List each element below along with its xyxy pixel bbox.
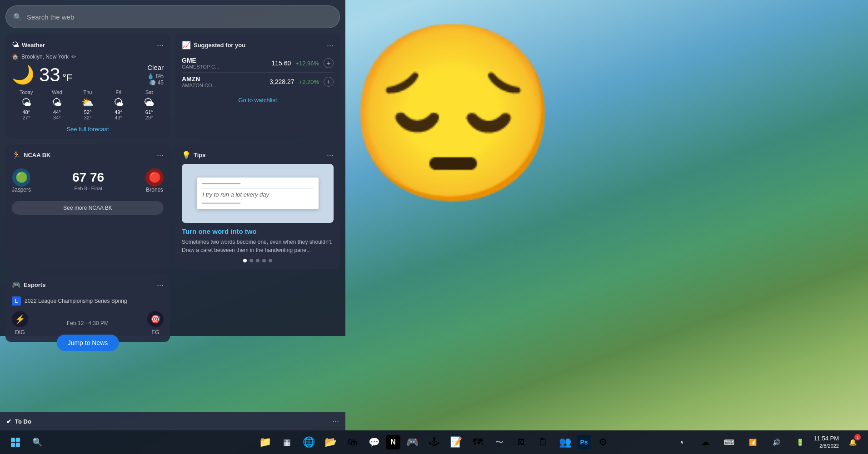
tips-title-row: 💡 Tips <box>182 151 206 159</box>
tips-dots <box>182 259 334 262</box>
ncaa-more-button[interactable]: ··· <box>157 151 164 159</box>
esports-icon: 🎮 <box>12 281 21 289</box>
weather-more-button[interactable]: ··· <box>157 41 164 49</box>
wifi-icon[interactable]: 📶 <box>743 432 763 452</box>
notification-badge: 1 <box>854 434 861 440</box>
score2: 76 <box>90 170 104 184</box>
jaspers-logo: 🟢 <box>12 168 30 187</box>
chevron-up-icon[interactable]: ∧ <box>672 432 692 452</box>
forecast-today: Today 🌤 48° 27° <box>12 89 41 120</box>
watchlist-link[interactable]: Go to watchlist <box>182 97 334 104</box>
system-clock[interactable]: 11:54 PM 2/8/2022 <box>813 434 839 450</box>
wind: 💨 45 <box>147 79 164 86</box>
tips-card-title: Turn one word into two <box>182 227 334 235</box>
stock-amzn-info: AMZN AMAZON CO... <box>182 75 216 88</box>
team-broncs: 🔴 Broncs <box>145 168 164 193</box>
weather-temp: 🌙 33 °F <box>12 64 72 86</box>
taskbar-silk[interactable]: 〜 <box>489 432 509 452</box>
todo-icon: ✔ <box>6 418 11 425</box>
taskbar-gaming2[interactable]: 🕹 <box>424 432 444 452</box>
stocks-icon: 📈 <box>182 41 191 49</box>
taskbar-maps[interactable]: 🗺 <box>468 432 488 452</box>
gme-right: 115.60 +12.96% + <box>271 58 334 68</box>
start-button[interactable] <box>5 432 25 452</box>
tips-preview: ━━━━━━━━━━━━━━ I try to run a lot every … <box>182 164 334 223</box>
gme-change: +12.96% <box>295 60 319 67</box>
taskbar-settings2[interactable]: ⚙ <box>593 432 613 452</box>
taskbar-media[interactable]: 🖼 <box>511 432 531 452</box>
taskbar-file-manager[interactable]: 📂 <box>320 432 340 452</box>
volume-icon[interactable]: 🔊 <box>766 432 786 452</box>
todo-more-button[interactable]: ··· <box>332 417 339 425</box>
taskbar-notion[interactable]: N <box>386 435 400 449</box>
todo-title: To Do <box>15 418 31 425</box>
taskbar-xbox[interactable]: 🎮 <box>402 432 422 452</box>
taskbar-photoshop[interactable]: Ps <box>577 435 591 449</box>
ncaa-card: 🏃 NCAA BK ··· 🟢 Jaspers 67 76 <box>5 144 170 269</box>
weather-detail: Clear 💧 8% 💨 45 <box>147 64 164 86</box>
onedrive-icon[interactable]: ☁ <box>695 432 715 452</box>
esports-team1: ⚡ DIG <box>12 311 28 336</box>
esports-more-button[interactable]: ··· <box>157 281 164 289</box>
jump-to-news-button[interactable]: Jump to News <box>57 335 119 351</box>
see-more-ncaa-button[interactable]: See more NCAA BK <box>12 201 164 215</box>
dig-logo: ⚡ <box>12 311 28 327</box>
keyboard-icon[interactable]: ⌨ <box>719 432 739 452</box>
score-center: 67 76 Feb 8 · Final <box>72 170 104 191</box>
gme-add-button[interactable]: + <box>324 58 334 68</box>
forecast-wed: Wed 🌤 44° 34° <box>43 89 72 120</box>
amzn-add-button[interactable]: + <box>324 77 334 87</box>
stocks-title-row: 📈 Suggested for you <box>182 41 245 49</box>
stock-row-gme: GME GAMESTOP C... 115.60 +12.96% + <box>182 54 334 73</box>
forecast-fri: Fri 🌤 49° 43° <box>104 89 133 120</box>
widget-panel: 🔍 Search the web 🌤 Weather ··· 🏠 Brookly… <box>0 0 345 336</box>
ncaa-icon: 🏃 <box>12 151 21 159</box>
dot-2[interactable] <box>249 259 253 262</box>
tips-icon: 💡 <box>182 151 191 159</box>
taskbar-center: 📁 ▦ 🌐 📂 🛍 💬 N 🎮 🕹 📝 🗺 〜 🖼 🗒 👥 Ps ⚙ <box>255 432 613 452</box>
dot-3[interactable] <box>256 259 259 262</box>
clock-date: 2/8/2022 <box>813 443 839 449</box>
notification-icon[interactable]: 🔔 1 <box>843 432 863 452</box>
taskbar-people[interactable]: 👥 <box>555 432 575 452</box>
search-icon: 🔍 <box>13 13 22 21</box>
edit-icon[interactable]: ✏ <box>71 54 76 60</box>
ncaa-card-header: 🏃 NCAA BK ··· <box>12 151 164 159</box>
taskbar-left: 🔍 <box>5 432 47 452</box>
todo-title-row: ✔ To Do <box>6 418 31 425</box>
taskbar-edge[interactable]: 🌐 <box>299 432 319 452</box>
taskbar-sticky-notes[interactable]: 📝 <box>446 432 466 452</box>
search-bar[interactable]: 🔍 Search the web <box>5 5 340 28</box>
eg-name: EG <box>147 329 164 336</box>
weather-main: 🌙 33 °F Clear 💧 8% 💨 45 <box>12 64 164 86</box>
eg-logo: 🎯 <box>147 311 164 327</box>
dot-5[interactable] <box>269 259 272 262</box>
taskbar-widgets[interactable]: ▦ <box>277 432 297 452</box>
esports-title-row: 🎮 Esports <box>12 281 45 289</box>
weather-location: 🏠 Brooklyn, New York ✏ <box>12 54 164 60</box>
dot-1[interactable] <box>243 259 247 262</box>
gme-price: 115.60 <box>271 59 291 67</box>
stocks-card: 📈 Suggested for you ··· GME GAMESTOP C..… <box>175 35 340 139</box>
esports-match-time: Feb 12 · 4:30 PM <box>67 320 109 326</box>
taskbar-search-button[interactable]: 🔍 <box>27 432 47 452</box>
score1: 67 <box>72 170 86 184</box>
taskbar-file-explorer[interactable]: 📁 <box>255 432 275 452</box>
taskbar-store[interactable]: 🛍 <box>342 432 362 452</box>
esports-card-header: 🎮 Esports ··· <box>12 281 164 289</box>
esports-match: ⚡ DIG Feb 12 · 4:30 PM 🎯 EG <box>12 311 164 336</box>
esports-team2: 🎯 EG <box>147 311 164 336</box>
esports-event-logo: L <box>12 296 21 306</box>
taskbar-onenote[interactable]: 🗒 <box>533 432 553 452</box>
amzn-ticker: AMZN <box>182 75 216 83</box>
stocks-more-button[interactable]: ··· <box>327 41 334 49</box>
amzn-right: 3,228.27 +2.20% + <box>269 77 334 87</box>
weather-emoji: 🌙 <box>12 64 35 85</box>
taskbar-teams[interactable]: 💬 <box>364 432 384 452</box>
esports-card: 🎮 Esports ··· L 2022 League Championship… <box>5 274 170 342</box>
dot-4[interactable] <box>262 259 266 262</box>
see-forecast-link[interactable]: See full forecast <box>12 126 164 133</box>
tips-more-button[interactable]: ··· <box>327 151 334 159</box>
score-display: 67 76 <box>72 170 104 185</box>
battery-icon[interactable]: 🔋 <box>790 432 810 452</box>
